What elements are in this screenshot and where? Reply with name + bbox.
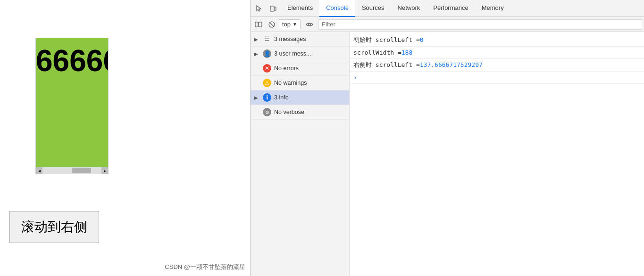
scroll-box: 666666 ◂ ▸	[35, 38, 109, 174]
console-text-1a: 初始时 scrollLeft =	[353, 35, 420, 45]
scroll-bar: ◂ ▸	[36, 167, 108, 174]
verbose-icon: ⚙	[263, 108, 271, 116]
button-area: 滚动到右侧	[9, 211, 99, 243]
console-value-2: 188	[401, 48, 412, 57]
tab-sources[interactable]: Sources	[355, 0, 391, 17]
context-dropdown[interactable]: top ▼	[279, 19, 301, 29]
svg-rect-3	[259, 22, 262, 27]
page-content: 666666 ◂ ▸ 滚动到右侧 CSDN @一颗不甘坠落的流星	[0, 0, 250, 276]
console-sidebar: ▶ ☰ 3 messages ▶ 👤 3 user mess... ✕ No e…	[251, 32, 350, 276]
scroll-left-arrow[interactable]: ◂	[36, 167, 42, 174]
devtools-toolbar: top ▼	[251, 17, 644, 32]
warnings-label: No warnings	[274, 80, 345, 86]
console-text-2a: scrollWidth =	[353, 48, 401, 57]
console-output: 初始时 scrollLeft = 0 scrollWidth = 188 右侧时…	[350, 32, 644, 276]
info-icon: ℹ	[263, 93, 271, 102]
svg-rect-0	[270, 6, 274, 11]
sidebar-toggle-icon[interactable]	[252, 18, 265, 31]
info-label: 3 info	[274, 94, 345, 101]
tab-performance[interactable]: Performance	[427, 0, 475, 17]
cursor-icon[interactable]	[252, 2, 266, 15]
user-messages-label: 3 user mess...	[274, 50, 345, 57]
console-value-1: 0	[420, 35, 424, 45]
expand-arrow-icon: ▶	[254, 51, 261, 57]
devtools-body: ▶ ☰ 3 messages ▶ 👤 3 user mess... ✕ No e…	[251, 32, 644, 276]
dropdown-arrow-icon: ▼	[293, 22, 297, 27]
devtools-panel: Elements Console Sources Network Perform…	[250, 0, 644, 276]
error-icon: ✕	[263, 64, 271, 73]
messages-label: 3 messages	[274, 36, 345, 42]
sidebar-item-errors[interactable]: ✕ No errors	[251, 61, 349, 76]
svg-point-6	[308, 23, 310, 25]
sidebar-item-user-messages[interactable]: ▶ 👤 3 user mess...	[251, 47, 349, 61]
tab-network[interactable]: Network	[391, 0, 427, 17]
scroll-text: 666666	[36, 38, 108, 84]
verbose-label: No verbose	[274, 109, 345, 115]
expand-arrow-icon: ▶	[254, 37, 261, 42]
errors-label: No errors	[274, 65, 345, 72]
console-text-3a: 右侧时 scrollLeft =	[353, 60, 420, 70]
console-line-3: 右侧时 scrollLeft = 137.6666717529297	[350, 59, 644, 72]
warning-icon: ⚠	[263, 79, 271, 87]
messages-icon: ☰	[263, 35, 271, 43]
svg-rect-2	[255, 22, 258, 27]
scroll-track	[42, 167, 101, 174]
sidebar-item-verbose[interactable]: ⚙ No verbose	[251, 105, 349, 120]
user-icon: 👤	[263, 49, 271, 58]
sidebar-item-messages[interactable]: ▶ ☰ 3 messages	[251, 32, 349, 47]
console-prompt-line[interactable]: ›	[350, 72, 644, 84]
watermark: CSDN @一颗不甘坠落的流星	[165, 263, 245, 271]
console-value-3: 137.6666717529297	[420, 60, 483, 70]
console-empty-space	[350, 84, 644, 178]
scroll-right-arrow[interactable]: ▸	[101, 167, 108, 174]
scroll-to-right-button[interactable]: 滚动到右侧	[9, 211, 99, 243]
expand-arrow-icon: ▶	[254, 95, 261, 100]
filter-input[interactable]	[318, 19, 642, 30]
sidebar-item-warnings[interactable]: ⚠ No warnings	[251, 76, 349, 90]
svg-line-5	[270, 23, 274, 26]
device-toggle-icon[interactable]	[267, 2, 280, 15]
console-chevron-icon: ›	[353, 73, 357, 82]
tab-elements[interactable]: Elements	[281, 0, 319, 17]
console-line-2: scrollWidth = 188	[350, 47, 644, 59]
tab-console[interactable]: Console	[319, 0, 355, 17]
scroll-thumb[interactable]	[72, 168, 91, 173]
console-line-1: 初始时 scrollLeft = 0	[350, 34, 644, 47]
sidebar-item-info[interactable]: ▶ ℹ 3 info	[251, 90, 349, 105]
svg-rect-1	[274, 7, 276, 10]
clear-console-icon[interactable]	[266, 18, 278, 31]
tab-memory[interactable]: Memory	[475, 0, 510, 17]
eye-icon[interactable]	[303, 18, 316, 31]
devtools-tab-bar: Elements Console Sources Network Perform…	[251, 0, 644, 17]
